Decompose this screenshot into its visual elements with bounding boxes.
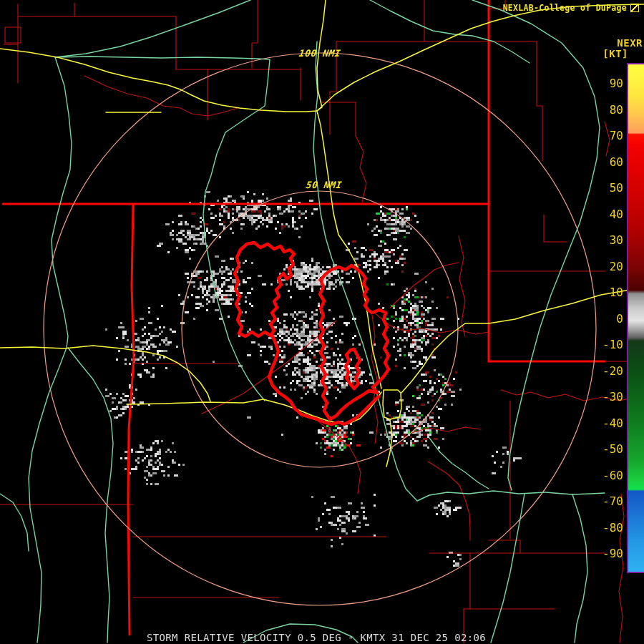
- radar-display: NEXLAB-College of DuPage NEXR [KT] 90807…: [0, 0, 644, 644]
- road-teal-path: [55, 0, 250, 57]
- colorbar-tick--80: -80: [580, 522, 623, 535]
- product-caption: STORM RELATIVE VELOCITY 0.5 DEG - KMTX 3…: [147, 632, 486, 643]
- county-border-path: [315, 419, 361, 494]
- county-border-path: [84, 76, 238, 116]
- colorbar-tick--20: -20: [580, 365, 623, 378]
- colorbar-tick-70: 70: [580, 130, 623, 142]
- storm-contour-path: [346, 349, 360, 389]
- road-yellow-path: [0, 346, 210, 401]
- brand-label: NEXLAB-College of DuPage: [503, 3, 639, 13]
- colorbar-tick--70: -70: [580, 495, 623, 508]
- road-teal-path: [68, 348, 113, 643]
- range-rings: [44, 53, 596, 605]
- county-border-path: [5, 27, 21, 43]
- county-border-path: [619, 494, 624, 643]
- colorbar-tick-80: 80: [580, 104, 623, 117]
- range-ring-label-100nmi: 100 NMI: [298, 48, 341, 59]
- county-border-path: [537, 42, 542, 161]
- colorbar-tick-10: 10: [580, 286, 623, 299]
- county-border-path: [356, 136, 366, 203]
- county-border-path: [459, 236, 465, 336]
- colorbar-tick--90: -90: [580, 547, 623, 560]
- county-border-path: [428, 462, 470, 540]
- county-border-path: [390, 263, 459, 308]
- road-teal-path: [572, 494, 587, 643]
- colorbar-tick-60: 60: [580, 156, 623, 169]
- road-teal-path: [429, 438, 489, 489]
- state-border: [3, 0, 605, 635]
- road-teal-path: [491, 494, 525, 643]
- road-teal: [0, 0, 605, 643]
- road-yellow-path: [383, 390, 401, 419]
- county-border-path: [411, 427, 481, 433]
- colorbar-tick--50: -50: [580, 443, 623, 456]
- storm-contour-path: [235, 243, 294, 336]
- colorbar-tick--10: -10: [580, 338, 623, 351]
- colorbar-unit: [KT]: [570, 48, 628, 59]
- road-teal-path: [29, 57, 72, 643]
- colorbar-tick-30: 30: [580, 234, 623, 247]
- storm-contour: [235, 243, 389, 424]
- colorbar-tick-0: 0: [580, 313, 623, 326]
- colorbar-title: NEXR: [584, 37, 643, 49]
- colorbar-tick--60: -60: [580, 469, 623, 482]
- map-layer: [0, 0, 644, 644]
- range-ring-circle: [44, 53, 596, 605]
- road-teal-path: [0, 494, 29, 551]
- cod-logo-icon: [630, 4, 639, 12]
- colorbar-tick-40: 40: [580, 208, 623, 221]
- county-border-path: [252, 0, 258, 68]
- colorbar-tick--40: -40: [580, 417, 623, 430]
- brand-text: NEXLAB-College of DuPage: [503, 3, 627, 13]
- county-border-path: [544, 215, 567, 242]
- colorbar: [627, 63, 644, 573]
- colorbar-tick-90: 90: [580, 77, 623, 90]
- range-ring-label-50nmi: 50 NMI: [306, 180, 343, 190]
- colorbar-tick--30: -30: [580, 391, 623, 404]
- state-border-path: [128, 204, 134, 635]
- county-border-path: [322, 102, 356, 136]
- colorbar-tick-50: 50: [580, 182, 623, 195]
- colorbar-tick-20: 20: [580, 260, 623, 273]
